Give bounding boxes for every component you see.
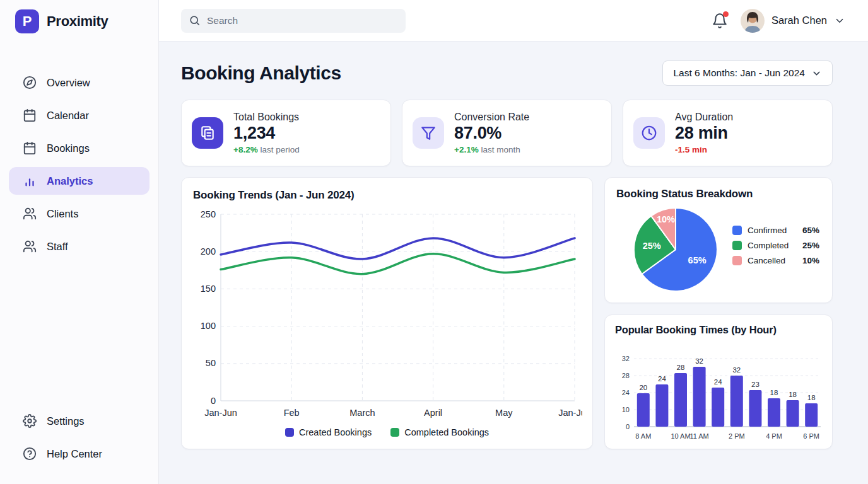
svg-text:10 AM: 10 AM [671,432,690,440]
sidebar-nav: Overview Calendar Bookings Analytics Cli… [0,69,158,260]
bar [674,373,687,427]
stats-row: Total Bookings 1,234 +8.2% last period C… [181,100,833,166]
stat-delta: -1.5 min [675,145,733,154]
svg-text:100: 100 [201,321,216,331]
chevron-down-icon [811,68,822,79]
search-input[interactable] [207,15,398,26]
sidebar-item-help-center[interactable]: Help Center [9,440,150,468]
notifications-button[interactable] [712,13,728,29]
bar-value-label: 24 [658,375,666,383]
stat-card-avg-duration: Avg Duration 28 min -1.5 min [623,100,833,166]
sidebar-item-staff[interactable]: Staff [9,233,150,260]
popular-times-bar-chart: 32 28 24 10 0 20242832243223181818 8 AM … [615,338,823,444]
svg-text:Jan-Jun: Jan-Jun [558,408,582,418]
stat-delta: +8.2% last period [233,145,300,154]
svg-text:2 PM: 2 PM [729,432,745,440]
trends-line-chart: 250 200 150 100 50 0 Jan-Jun Feb March A… [193,207,582,424]
legend-label: Completed [748,241,797,250]
brand-name: Proximity [47,13,108,30]
bar [693,367,706,427]
svg-text:32: 32 [622,355,630,362]
legend-value: 65% [802,226,819,235]
avatar [741,9,765,33]
svg-text:11 AM: 11 AM [689,432,708,440]
sidebar-item-label: Analytics [47,175,93,187]
bar-value-label: 32 [732,366,741,374]
bar-chart-icon [23,174,37,188]
notification-dot [723,11,729,17]
legend-label: Completed Bookings [404,427,489,437]
content: Booking Analytics Last 6 Months: Jan - J… [159,42,868,449]
trends-legend: Created Bookings Completed Bookings [193,427,581,437]
sidebar-item-overview[interactable]: Overview [9,69,150,96]
legend-label: Cancelled [748,256,797,265]
bar-value-label: 18 [770,389,778,396]
sidebar-item-calendar[interactable]: Calendar [9,101,150,129]
legend-item-created: Created Bookings [285,427,372,437]
documents-icon [192,117,223,149]
sidebar-item-label: Overview [47,77,90,89]
sidebar-item-bookings[interactable]: Bookings [9,134,150,162]
sidebar-item-analytics[interactable]: Analytics [9,167,150,195]
popular-times-card: Popular Booking Times (by Hour) 32 28 24… [604,314,833,449]
svg-text:24: 24 [622,389,630,396]
pie-slice-label: 65% [688,255,707,265]
user-menu[interactable]: Sarah Chen [741,9,845,33]
completed-swatch [732,241,742,250]
svg-text:Feb: Feb [284,408,300,418]
svg-text:250: 250 [201,209,216,219]
pie-legend: Confirmed 65% Completed 25% Cancelled 10… [732,226,819,265]
compass-icon [23,76,37,89]
page-title: Booking Analytics [181,62,341,84]
bar [749,390,761,427]
stat-label: Conversion Rate [454,112,529,123]
bar [712,388,724,427]
main-area: Sarah Chen Booking Analytics Last 6 Mont… [159,0,868,484]
search-icon [189,14,201,26]
sidebar-footer: Settings Help Center [0,407,158,484]
pie-chart-title: Booking Status Breakdown [616,188,821,200]
created-bookings-line [221,238,575,259]
date-range-label: Last 6 Months: Jan - Jun 2024 [673,67,805,79]
legend-item-confirmed: Confirmed 65% [732,226,819,235]
sidebar-item-label: Settings [47,415,85,427]
legend-value: 25% [802,241,819,250]
booking-status-card: Booking Status Breakdown 65%25%10% Confi… [604,177,833,303]
svg-text:8 AM: 8 AM [635,432,651,440]
legend-item-cancelled: Cancelled 10% [732,256,819,265]
users-icon [23,239,37,253]
legend-label: Confirmed [748,226,797,235]
completed-bookings-swatch [390,428,399,437]
bar-value-label: 28 [677,364,685,371]
users-icon [23,207,37,221]
funnel-icon [413,117,444,149]
booking-trends-card: Booking Trends (Jan - Jun 2024) 250 [181,177,593,449]
calendar-icon [23,141,37,155]
svg-text:Jan-Jun: Jan-Jun [204,408,237,418]
legend-item-completed: Completed 25% [732,241,819,250]
sidebar: P Proximity Overview Calendar Bookings [0,0,159,484]
sidebar-item-label: Staff [47,241,68,253]
bar [787,400,799,427]
completed-bookings-line [221,254,575,274]
legend-item-completed: Completed Bookings [390,427,489,437]
sidebar-item-settings[interactable]: Settings [9,407,150,435]
bar [805,403,818,427]
stat-card-total-bookings: Total Bookings 1,234 +8.2% last period [181,100,391,166]
bar [655,384,668,427]
legend-label: Created Bookings [299,427,372,437]
help-circle-icon [23,447,37,461]
bar-chart-title: Popular Booking Times (by Hour) [615,324,823,336]
sidebar-item-label: Help Center [47,448,102,460]
legend-value: 10% [802,256,819,265]
bar-value-label: 18 [807,394,816,401]
stat-label: Total Bookings [233,112,300,123]
date-range-dropdown[interactable]: Last 6 Months: Jan - Jun 2024 [662,60,833,86]
pie-slice-label: 10% [657,214,675,224]
search-box[interactable] [181,9,406,33]
svg-text:March: March [349,408,375,418]
sidebar-item-clients[interactable]: Clients [9,200,150,228]
cancelled-swatch [732,256,742,265]
sidebar-item-label: Clients [47,208,78,220]
bar [768,398,780,427]
